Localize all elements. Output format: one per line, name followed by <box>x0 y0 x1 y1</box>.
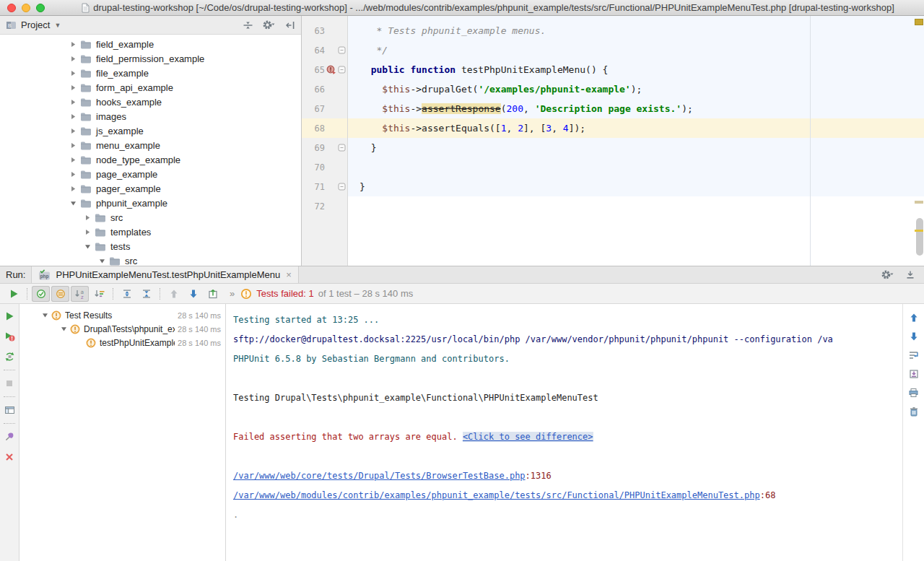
chevron-down-icon[interactable] <box>69 200 77 206</box>
chevron-right-icon[interactable] <box>69 142 77 149</box>
project-tree-item[interactable]: field_permission_example <box>0 51 301 66</box>
code-line[interactable]: 69 } <box>302 138 924 157</box>
chevron-right-icon[interactable] <box>69 56 77 62</box>
restore-layout-button[interactable] <box>2 403 17 417</box>
play-button[interactable] <box>4 286 22 302</box>
test-failed-gutter-icon[interactable] <box>325 65 337 74</box>
close-tab-icon[interactable]: × <box>286 269 292 280</box>
zoom-window-button[interactable] <box>36 4 45 12</box>
sort-duration-button[interactable] <box>90 286 108 302</box>
stripe-yellow-mark[interactable] <box>915 230 923 232</box>
chevron-right-icon[interactable] <box>69 186 77 192</box>
more-actions-chevrons[interactable]: » <box>230 288 235 299</box>
import-tests-button[interactable] <box>204 286 222 302</box>
chevron-right-icon[interactable] <box>83 229 92 235</box>
pin-button[interactable] <box>2 430 17 444</box>
code-line[interactable]: 65 public function testPhpUnitExampleMen… <box>302 60 924 79</box>
project-tree-item[interactable]: src <box>0 210 301 225</box>
expand-all-button[interactable] <box>118 286 136 302</box>
printer-button[interactable] <box>906 386 922 400</box>
stop-button[interactable] <box>2 376 17 391</box>
chevron-down-icon[interactable] <box>41 312 49 318</box>
up-gray-button[interactable] <box>165 286 183 302</box>
project-tree-item[interactable]: file_example <box>0 66 301 80</box>
project-tree-item[interactable]: form_api_example <box>0 80 301 95</box>
project-panel-title[interactable]: B Project ▼ <box>6 19 61 30</box>
code-line[interactable]: 68 $this->assertEquals([1, 2], [3, 4]); <box>302 118 924 138</box>
stack-down-button[interactable] <box>906 329 922 344</box>
chevron-down-icon[interactable] <box>83 243 92 250</box>
collapse-all-button[interactable] <box>137 286 155 302</box>
project-tree-item[interactable]: field_example <box>0 37 301 51</box>
project-tree-item[interactable]: hooks_example <box>0 95 301 109</box>
stack-frame-link[interactable]: /var/www/web/modules/contrib/examples/ph… <box>233 490 760 500</box>
show-ignored-button[interactable] <box>51 286 69 302</box>
project-tree-item[interactable]: page_example <box>0 167 301 181</box>
chevron-right-icon[interactable] <box>69 84 77 91</box>
project-tree-item[interactable]: node_type_example <box>0 152 301 167</box>
fold-marker-icon[interactable] <box>337 183 346 191</box>
sort-alpha-button[interactable]: az <box>71 286 89 302</box>
chevron-right-icon[interactable] <box>83 214 92 221</box>
show-passed-button[interactable] <box>32 286 50 302</box>
chevron-down-icon[interactable] <box>60 326 68 332</box>
play-button[interactable] <box>2 309 17 323</box>
test-tree-row[interactable]: testPhpUnitExampleM28 s 140 ms <box>19 336 225 349</box>
scroll-end-button[interactable] <box>906 367 922 381</box>
fold-marker-icon[interactable] <box>337 144 346 152</box>
fold-marker-icon[interactable] <box>337 66 346 74</box>
project-tree-item[interactable]: js_example <box>0 123 301 138</box>
folder-icon <box>80 170 92 179</box>
project-tree-item[interactable]: menu_example <box>0 138 301 152</box>
code-line[interactable]: 67 $this->assertResponse(200, 'Descripti… <box>302 99 924 118</box>
trash-button[interactable] <box>906 404 922 419</box>
project-tree-item[interactable]: templates <box>0 225 301 239</box>
fold-marker-icon[interactable] <box>337 46 346 54</box>
auto-test-button[interactable] <box>2 349 17 364</box>
stripe-severity-indicator[interactable] <box>915 19 923 25</box>
run-configuration-tab[interactable]: php PHPUnitExampleMenuTest.testPhpUnitEx… <box>31 266 298 283</box>
diff-link[interactable]: <Click to see difference> <box>463 432 593 442</box>
stripe-warning-mark[interactable] <box>915 201 923 204</box>
code-line[interactable]: 64 */ <box>302 40 924 60</box>
project-tree-item[interactable]: pager_example <box>0 181 301 196</box>
test-tree-row[interactable]: Drupal\Tests\phpunit_ex28 s 140 ms <box>19 322 225 336</box>
chevron-right-icon[interactable] <box>69 99 77 105</box>
editor-error-stripe[interactable] <box>914 16 924 266</box>
test-tree-row[interactable]: Test Results28 s 140 ms <box>19 308 225 322</box>
minimize-window-button[interactable] <box>22 4 30 12</box>
chevron-right-icon[interactable] <box>69 128 77 134</box>
code-token <box>359 84 382 95</box>
test-console-output[interactable]: Testing started at 13:25 ...sftp://docke… <box>226 304 902 561</box>
code-line[interactable]: 71} <box>302 177 924 196</box>
chevron-right-icon[interactable] <box>69 171 77 178</box>
project-tree-item[interactable]: src <box>0 253 301 266</box>
project-tree-item[interactable]: images <box>0 109 301 123</box>
stack-frame-link[interactable]: /var/www/web/core/tests/Drupal/Tests/Bro… <box>233 471 526 481</box>
toolbar-divider <box>4 396 15 397</box>
down-blue-button[interactable] <box>184 286 202 302</box>
editor-scrollbar-thumb[interactable] <box>916 218 923 256</box>
hide-left-icon[interactable] <box>285 20 295 30</box>
hide-run-icon[interactable] <box>905 270 915 280</box>
chevron-right-icon[interactable] <box>69 41 77 48</box>
chevron-right-icon[interactable] <box>69 113 77 120</box>
close-red-button[interactable] <box>2 450 17 464</box>
code-line[interactable]: 66 $this->drupalGet('/examples/phpunit-e… <box>302 79 924 99</box>
soft-wraps-button[interactable] <box>906 348 922 362</box>
rerun-failed-button[interactable] <box>2 329 17 344</box>
code-line[interactable]: 70 <box>302 157 924 177</box>
chevron-right-icon[interactable] <box>69 70 77 77</box>
stack-up-button[interactable] <box>906 310 922 325</box>
gear-icon[interactable] <box>262 19 276 30</box>
project-tree-item[interactable]: tests <box>0 239 301 253</box>
chevron-down-icon[interactable] <box>97 258 106 264</box>
code-editor[interactable]: 63 * Tests phpunit_example menus.64 */65… <box>302 16 924 266</box>
code-line[interactable]: 63 * Tests phpunit_example menus. <box>302 21 924 40</box>
project-tree-item[interactable]: phpunit_example <box>0 196 301 210</box>
close-window-button[interactable] <box>7 4 16 12</box>
gear-icon[interactable] <box>881 269 895 280</box>
chevron-right-icon[interactable] <box>69 157 77 163</box>
code-line[interactable]: 72 <box>302 196 924 216</box>
locate-icon[interactable] <box>243 20 253 30</box>
